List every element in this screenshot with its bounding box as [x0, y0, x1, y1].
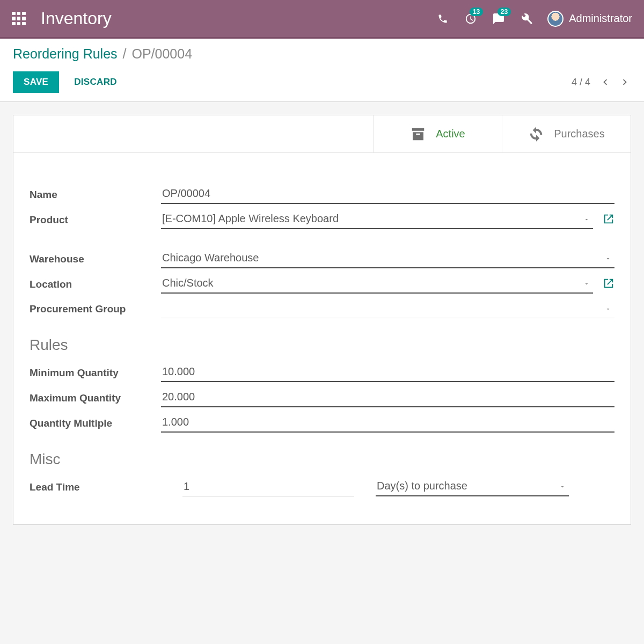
purchases-label: Purchases: [554, 128, 605, 140]
control-panel: Reordering Rules / OP/00004 SAVE DISCARD…: [0, 39, 644, 102]
min-qty-field[interactable]: [161, 363, 614, 382]
activities-icon[interactable]: 13: [464, 12, 478, 26]
stat-spacer: [13, 115, 373, 152]
lead-time-value-field[interactable]: [182, 478, 354, 496]
breadcrumb-parent[interactable]: Reordering Rules: [13, 46, 118, 62]
messages-icon[interactable]: 23: [492, 12, 506, 26]
top-navbar: Inventory 13 23 Administrator: [0, 0, 644, 39]
messages-badge: 23: [497, 8, 511, 16]
pager-prev[interactable]: [599, 76, 611, 88]
label-min-qty: Minimum Quantity: [30, 367, 161, 379]
purchases-button[interactable]: Purchases: [502, 115, 631, 152]
label-qty-multiple: Quantity Multiple: [30, 418, 161, 429]
label-name: Name: [30, 189, 161, 201]
app-title: Inventory: [41, 9, 112, 28]
settings-tool-icon[interactable]: [519, 12, 533, 26]
label-max-qty: Maximum Quantity: [30, 392, 161, 404]
active-label: Active: [436, 128, 465, 140]
navbar-right: 13 23 Administrator: [436, 11, 632, 27]
label-product: Product: [30, 214, 161, 226]
external-link-icon[interactable]: [603, 277, 614, 291]
archive-icon: [410, 126, 426, 142]
section-rules: Rules: [30, 336, 614, 354]
avatar: [547, 11, 564, 27]
section-misc: Misc: [30, 451, 614, 468]
external-link-icon[interactable]: [603, 213, 614, 226]
product-field[interactable]: [161, 210, 593, 229]
label-lead-time: Lead Time: [30, 481, 161, 493]
location-field[interactable]: [161, 275, 593, 294]
activities-badge: 13: [470, 8, 483, 16]
name-field[interactable]: [161, 185, 614, 204]
breadcrumb: Reordering Rules / OP/00004: [13, 46, 631, 62]
label-location: Location: [30, 279, 161, 290]
active-toggle[interactable]: Active: [373, 115, 502, 152]
breadcrumb-separator: /: [123, 46, 127, 62]
pager: 4 / 4: [572, 76, 631, 88]
user-name: Administrator: [569, 12, 632, 25]
refresh-icon: [528, 126, 544, 142]
pager-next[interactable]: [619, 76, 631, 88]
form-sheet: Active Purchases Name Product Wareh: [13, 115, 631, 525]
max-qty-field[interactable]: [161, 389, 614, 407]
phone-icon[interactable]: [436, 12, 450, 26]
label-warehouse: Warehouse: [30, 253, 161, 265]
stat-button-box: Active Purchases: [13, 115, 631, 153]
apps-menu-icon[interactable]: [12, 12, 26, 26]
qty-multiple-field[interactable]: [161, 414, 614, 433]
save-button[interactable]: SAVE: [13, 71, 59, 93]
lead-time-type-field[interactable]: [376, 478, 569, 496]
form-body: Name Product Warehouse Location: [13, 153, 631, 524]
pager-position: 4 / 4: [572, 77, 590, 88]
procurement-group-field[interactable]: [161, 300, 614, 318]
breadcrumb-current: OP/00004: [132, 46, 193, 62]
user-menu[interactable]: Administrator: [547, 11, 632, 27]
svg-rect-0: [416, 133, 421, 135]
discard-button[interactable]: DISCARD: [74, 77, 117, 87]
label-procurement-group: Procurement Group: [30, 303, 161, 315]
warehouse-field[interactable]: [161, 250, 614, 268]
